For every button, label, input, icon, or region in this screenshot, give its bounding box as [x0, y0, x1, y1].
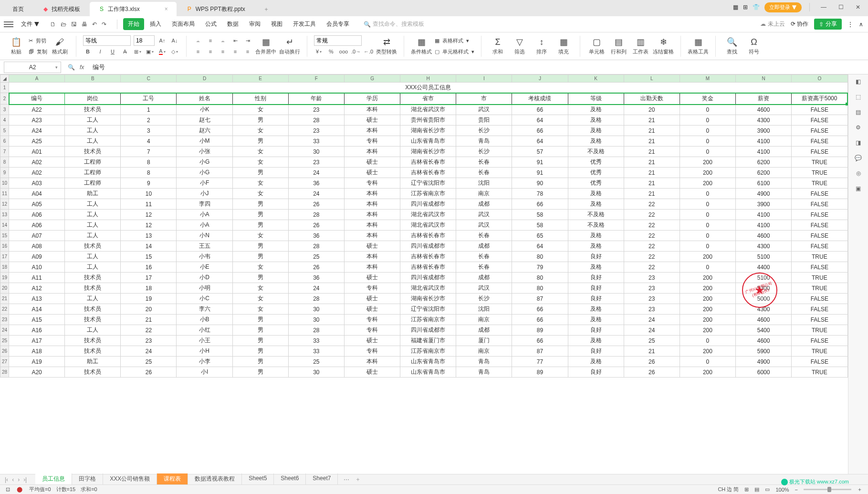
row-header[interactable]: 22 [0, 304, 9, 315]
zoom-out-icon[interactable]: − [795, 487, 798, 493]
data-cell[interactable]: 25 [624, 336, 680, 346]
data-cell[interactable]: 200 [680, 315, 735, 325]
data-cell[interactable]: 技术员 [65, 336, 121, 346]
data-cell[interactable]: 男 [232, 367, 288, 378]
data-cell[interactable]: 女 [232, 147, 288, 157]
fx-icon[interactable]: fx [80, 64, 84, 71]
data-cell[interactable]: TRUE [792, 168, 847, 178]
sheet-next-icon[interactable]: › [18, 476, 20, 483]
col-header[interactable]: F [288, 75, 344, 83]
col-header[interactable]: H [400, 75, 456, 83]
header-cell[interactable]: 编号 [9, 93, 65, 105]
data-cell[interactable]: 及格 [568, 199, 624, 210]
data-cell[interactable]: 良好 [568, 252, 624, 262]
data-cell[interactable]: 30 [288, 147, 344, 157]
filter-button[interactable]: ▽筛选 [510, 37, 529, 55]
panel-icon-8[interactable]: ▣ [856, 185, 861, 192]
data-cell[interactable]: 女 [232, 294, 288, 304]
data-cell[interactable]: 23 [624, 273, 680, 283]
header-cell[interactable]: 薪资 [736, 93, 792, 105]
align-bottom-icon[interactable]: ⫠ [218, 36, 228, 45]
data-cell[interactable]: 男 [232, 346, 288, 357]
data-cell[interactable]: 硕士 [344, 336, 400, 346]
data-cell[interactable]: 良好 [568, 294, 624, 304]
data-cell[interactable]: 11 [121, 199, 177, 210]
data-cell[interactable]: 助工 [65, 357, 121, 367]
data-cell[interactable]: 66 [512, 304, 568, 315]
data-cell[interactable]: 36 [288, 231, 344, 241]
data-cell[interactable]: 辽宁省沈阳市 [400, 304, 456, 315]
row-header[interactable]: 10 [0, 178, 9, 189]
underline-icon[interactable]: U [108, 47, 117, 56]
data-cell[interactable]: 专科 [344, 325, 400, 336]
data-cell[interactable]: 3900 [736, 199, 792, 210]
data-cell[interactable]: A15 [9, 315, 65, 325]
data-cell[interactable]: 湖南省长沙市 [400, 126, 456, 136]
data-cell[interactable]: 21 [121, 315, 177, 325]
data-cell[interactable]: A08 [9, 241, 65, 252]
row-header[interactable]: 20 [0, 283, 9, 294]
data-cell[interactable]: 4900 [736, 189, 792, 199]
data-cell[interactable]: A20 [9, 367, 65, 378]
data-cell[interactable]: 200 [680, 367, 735, 378]
sum-button[interactable]: Σ求和 [488, 37, 507, 55]
data-cell[interactable]: 小K [177, 105, 232, 115]
record-icon[interactable]: ⬤ [17, 486, 22, 493]
data-cell[interactable]: 湖北省武汉市 [400, 105, 456, 115]
tab-docC[interactable]: P WPS PPT教程.pptx [178, 2, 254, 16]
data-cell[interactable]: 吉林省长春市 [400, 168, 456, 178]
panel-icon-7[interactable]: ◎ [856, 170, 861, 177]
data-cell[interactable]: 工人 [65, 325, 121, 336]
col-header[interactable]: M [680, 75, 735, 83]
data-cell[interactable]: 57 [512, 147, 568, 157]
data-cell[interactable]: 长沙 [456, 294, 512, 304]
data-cell[interactable]: 4600 [736, 336, 792, 346]
data-cell[interactable]: 专科 [344, 136, 400, 147]
col-header[interactable]: O [792, 75, 847, 83]
data-cell[interactable]: 87 [512, 294, 568, 304]
data-cell[interactable]: 200 [680, 325, 735, 336]
data-cell[interactable]: 男 [232, 357, 288, 367]
header-cell[interactable]: 学历 [344, 93, 400, 105]
ime-status[interactable]: CH 边 简 [718, 486, 739, 493]
data-cell[interactable]: 技术员 [65, 346, 121, 357]
data-cell[interactable]: 女 [232, 262, 288, 273]
data-cell[interactable]: 80 [512, 273, 568, 283]
data-cell[interactable]: 22 [624, 241, 680, 252]
data-cell[interactable]: 22 [624, 199, 680, 210]
data-cell[interactable]: A03 [9, 178, 65, 189]
dec-decimal-icon[interactable]: ←.0 [364, 47, 373, 56]
align-left-icon[interactable]: ≡ [193, 47, 203, 56]
rowcol-button[interactable]: ▤行和列 [609, 37, 628, 55]
align-middle-icon[interactable]: ≡ [206, 36, 215, 45]
col-header[interactable]: E [232, 75, 288, 83]
data-cell[interactable]: 工程师 [65, 168, 121, 178]
row-header[interactable]: 17 [0, 252, 9, 262]
copy-button[interactable]: 🗐 复制 [29, 47, 47, 56]
data-cell[interactable]: 小M [177, 136, 232, 147]
sheet-tab[interactable]: Sheet6 [274, 473, 306, 485]
file-menu[interactable]: 文件 ⯆ [17, 19, 43, 30]
data-cell[interactable]: 33 [288, 346, 344, 357]
zoom-fx-icon[interactable]: 🔍 [68, 64, 75, 71]
data-cell[interactable]: 200 [680, 294, 735, 304]
data-cell[interactable]: 男 [232, 136, 288, 147]
view-normal-icon[interactable]: ⊞ [744, 486, 749, 493]
data-cell[interactable]: 28 [288, 294, 344, 304]
menu-tab-视图[interactable]: 视图 [266, 18, 287, 30]
data-cell[interactable]: 0 [680, 357, 735, 367]
data-cell[interactable]: 专科 [344, 315, 400, 325]
data-cell[interactable]: 77 [512, 357, 568, 367]
data-cell[interactable]: 及格 [568, 115, 624, 126]
data-cell[interactable]: TRUE [792, 325, 847, 336]
data-cell[interactable]: 长春 [456, 262, 512, 273]
data-cell[interactable]: 12 [121, 220, 177, 231]
data-cell[interactable]: 91 [512, 157, 568, 168]
data-cell[interactable]: 23 [288, 126, 344, 136]
data-cell[interactable]: 及格 [568, 126, 624, 136]
data-cell[interactable]: 90 [512, 178, 568, 189]
data-cell[interactable]: 30 [288, 367, 344, 378]
data-cell[interactable]: A18 [9, 346, 65, 357]
data-cell[interactable]: 长沙 [456, 126, 512, 136]
data-cell[interactable]: 64 [512, 115, 568, 126]
